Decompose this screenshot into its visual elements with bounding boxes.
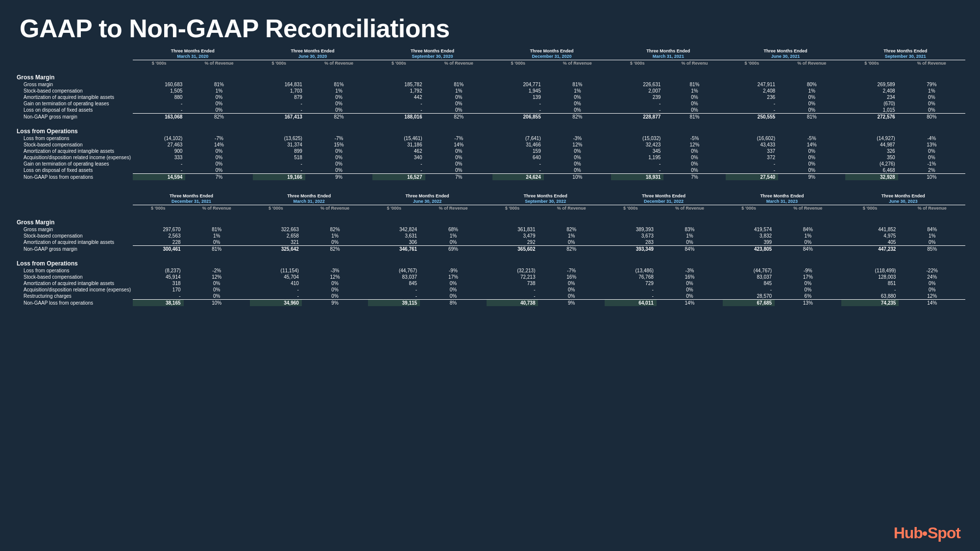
t1-period4-date: December 31, 2020 [492, 54, 611, 60]
t1-subh3: $ '000s [253, 60, 305, 67]
table-row: Loss on disposal of fixed assets -0% -0%… [15, 107, 965, 114]
t1-period2-date: June 30, 2020 [253, 54, 373, 60]
table-row-subtotal: Non-GAAP gross margin 300,46181% 325,642… [15, 246, 965, 253]
t1-period6-date: June 30, 2021 [726, 54, 846, 60]
table-row: Acquisition/disposition related income (… [15, 154, 965, 161]
t1-subh12: % of Revenue [778, 60, 845, 67]
t2-subh6: % of Revenue [420, 205, 486, 212]
t1-subh4: % of Revenue [305, 60, 372, 67]
table-row-subtotal: Non-GAAP loss from operations 38,16510% … [15, 300, 965, 307]
t2-subh11: $ '000s [723, 205, 775, 212]
t1-subh10: % of Revenu [663, 60, 725, 67]
table-row: Stock-based compensation 45,91412% 45,70… [15, 274, 965, 280]
t1-period4-name: Three Months Ended [492, 48, 611, 54]
t1-subh7: $ '000s [492, 60, 544, 67]
t1-period2-name: Three Months Ended [253, 48, 373, 54]
t1-subh1: $ '000s [133, 60, 185, 67]
gross-margin-header: Gross Margin [15, 70, 965, 81]
t1-period3-date: September 30, 2020 [372, 54, 492, 60]
table2: Three Months Ended Three Months Ended Th… [15, 193, 965, 306]
table-row: Loss on disposal of fixed assets -0% -0%… [15, 167, 965, 174]
t1-period7-date: September 30, 2021 [845, 54, 965, 60]
table-row-subtotal: Non-GAAP loss from operations 14,5947% 1… [15, 174, 965, 181]
table-row: Loss from operations (8,237)-2% (11,154)… [15, 267, 965, 274]
t1-period5-name: Three Months Ended [611, 48, 726, 54]
table-row: Amortization of acquired intangible asse… [15, 280, 965, 287]
gross-margin-header-2: Gross Margin [15, 215, 965, 226]
table-row: Amortization of acquired intangible asse… [15, 94, 965, 100]
t2-period7-date: June 30, 2023 [841, 199, 965, 205]
t1-subh6: % of Revenue [425, 60, 492, 67]
table-row: Gross margin 160,68381% 164,83181% 185,7… [15, 81, 965, 88]
t2-subh8: % of Revenue [538, 205, 604, 212]
t2-period4-date: September 30, 2022 [487, 199, 605, 205]
t2-period7-name: Three Months Ended [841, 193, 965, 199]
t2-subh7: $ '000s [487, 205, 539, 212]
t1-period7-name: Three Months Ended [845, 48, 965, 54]
hubspot-logo: HubSpot [894, 524, 960, 542]
table-row: Stock-based compensation 2,5631% 2,6581%… [15, 233, 965, 239]
t1-period6-name: Three Months Ended [726, 48, 846, 54]
t1-subh11: $ '000s [726, 60, 778, 67]
t2-period1-date: December 31, 2021 [133, 199, 250, 205]
t1-subh13: $ '000s [845, 60, 898, 67]
t2-period2-name: Three Months Ended [250, 193, 368, 199]
t2-period6-name: Three Months Ended [723, 193, 841, 199]
table-row: Gain on termination of operating leases … [15, 161, 965, 167]
t1-period1-name: Three Months Ended [133, 48, 253, 54]
table-row-subtotal: Non-GAAP gross margin 163,06882% 167,413… [15, 114, 965, 120]
t2-subh14: % of Revenue [899, 205, 965, 212]
t1-subh9: $ '000s [611, 60, 663, 67]
t2-subh2: % of Revenue [184, 205, 250, 212]
loss-ops-header-2: Loss from Operations [15, 256, 965, 267]
t2-subh4: % of Revenue [302, 205, 368, 212]
table-row: Stock-based compensation 1,5051% 1,7031%… [15, 88, 965, 94]
t1-period5-date: March 31, 2021 [611, 54, 726, 60]
t2-period5-name: Three Months Ended [605, 193, 723, 199]
table-row: Acquisition/disposition related income (… [15, 287, 965, 293]
table-row: Restructuring charges -0% -0% -0% -0% -0… [15, 293, 965, 300]
t2-subh9: $ '000s [605, 205, 657, 212]
table-row: Gross margin 297,67081% 322,66382% 342,8… [15, 226, 965, 233]
t2-subh3: $ '000s [250, 205, 302, 212]
t2-period4-name: Three Months Ended [487, 193, 605, 199]
page-title: GAAP to Non-GAAP Reconciliations [0, 0, 980, 48]
table-row: Amortization of acquired intangible asse… [15, 148, 965, 154]
t1-subh2: % of Revenue [185, 60, 252, 67]
t2-period5-date: December 31, 2022 [605, 199, 723, 205]
table1: Three Months Ended Three Months Ended Th… [15, 48, 965, 180]
t1-subh14: % of Revenue [898, 60, 965, 67]
table-row: Loss from operations (14,102)-7% (13,625… [15, 135, 965, 142]
loss-ops-header: Loss from Operations [15, 124, 965, 135]
table-row: Gain on termination of operating leases … [15, 100, 965, 107]
t2-period6-date: March 31, 2023 [723, 199, 841, 205]
t2-subh1: $ '000s [133, 205, 184, 212]
t1-period3-name: Three Months Ended [372, 48, 492, 54]
t2-subh13: $ '000s [841, 205, 899, 212]
t2-subh10: % of Revenue [657, 205, 723, 212]
t2-period1-name: Three Months Ended [133, 193, 250, 199]
table-row: Stock-based compensation 27,46314% 31,37… [15, 142, 965, 148]
table-row: Amortization of acquired intangible asse… [15, 239, 965, 246]
t2-period3-date: June 30, 2022 [368, 199, 486, 205]
t2-period3-name: Three Months Ended [368, 193, 486, 199]
t2-period2-date: March 31, 2022 [250, 199, 368, 205]
tables-container: Three Months Ended Three Months Ended Th… [0, 48, 980, 306]
t1-subh8: % of Revenue [544, 60, 611, 67]
t1-period1-date: March 31, 2020 [133, 54, 253, 60]
t1-subh5: $ '000s [372, 60, 425, 67]
t2-subh12: % of Revenue [775, 205, 841, 212]
t2-subh5: $ '000s [368, 205, 420, 212]
